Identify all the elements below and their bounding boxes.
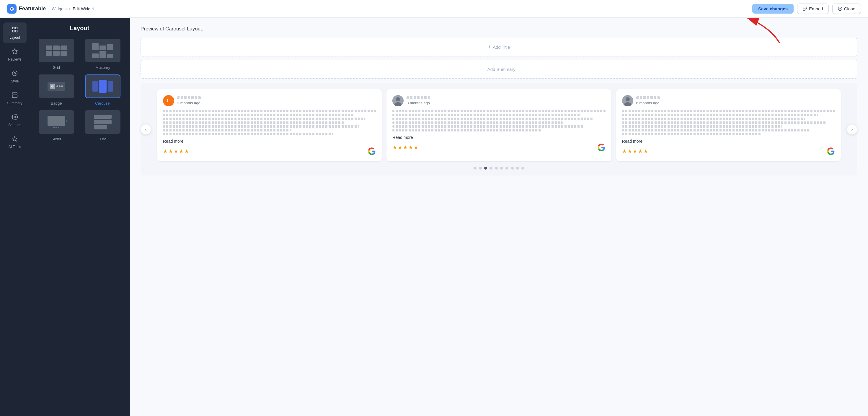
grid-thumb <box>39 39 74 62</box>
sidebar-settings-label: Settings <box>8 123 21 127</box>
card-1-footer: ★★★★★ <box>163 147 376 155</box>
card-3-name-blur <box>636 96 660 99</box>
aitools-icon <box>11 136 18 144</box>
layout-option-badge[interactable]: G Badge <box>35 75 78 106</box>
svg-point-9 <box>14 72 16 74</box>
card-1-read-more[interactable]: Read more <box>163 139 376 144</box>
logo: Featurable <box>7 4 46 13</box>
dot-9[interactable] <box>516 167 519 170</box>
svg-point-10 <box>12 70 18 76</box>
topnav: Featurable Widgets › Edit Widget Save ch… <box>0 0 868 18</box>
panel-title: Layout <box>35 25 124 32</box>
dot-5[interactable] <box>495 167 498 170</box>
dot-10[interactable] <box>521 167 524 170</box>
add-summary-label: Add Summary <box>488 67 516 72</box>
badge-label: Badge <box>51 101 62 106</box>
list-thumb <box>85 110 120 134</box>
carousel-prev-button[interactable]: ‹ <box>141 124 151 135</box>
list-icon <box>94 115 112 129</box>
masonry-label: Masonry <box>95 65 110 70</box>
sidebar-item-reviews[interactable]: Reviews <box>3 44 27 65</box>
card-2-avatar <box>392 95 404 107</box>
add-title-section[interactable]: + Add Title <box>141 38 857 56</box>
card-3-google-icon <box>827 147 835 155</box>
card-1-time: 3 months ago <box>177 101 201 105</box>
close-icon <box>838 6 842 11</box>
layout-panel: Layout Grid <box>30 18 130 416</box>
sidebar-item-layout[interactable]: Layout <box>3 23 27 43</box>
sidebar-style-label: Style <box>11 79 19 83</box>
carousel-dots <box>143 167 855 170</box>
dot-7[interactable] <box>505 167 508 170</box>
layout-options-grid: Grid Masonry G <box>35 39 124 141</box>
embed-button[interactable]: Embed <box>797 4 829 14</box>
dot-1[interactable] <box>473 167 476 170</box>
carousel-cards: L 3 months ago <box>143 89 855 161</box>
slider-thumb: ‹ › <box>39 110 74 134</box>
card-1-google-icon <box>368 147 376 155</box>
sidebar-item-summary[interactable]: Summary <box>3 88 27 109</box>
logo-icon <box>7 4 17 13</box>
card-1-header: L 3 months ago <box>163 95 376 107</box>
link-icon <box>803 6 807 11</box>
dot-8[interactable] <box>511 167 514 170</box>
close-label: Close <box>844 6 855 11</box>
layout-option-list[interactable]: List <box>82 110 124 141</box>
layout-option-grid[interactable]: Grid <box>35 39 78 70</box>
svg-point-13 <box>14 116 16 118</box>
dot-4[interactable] <box>490 167 492 170</box>
layout-option-slider[interactable]: ‹ › Slider <box>35 110 78 141</box>
breadcrumb-parent[interactable]: Widgets <box>52 6 67 11</box>
svg-point-0 <box>11 8 12 9</box>
svg-rect-7 <box>16 30 17 32</box>
sidebar-aitools-label: AI Tools <box>8 145 21 149</box>
card-3-read-more[interactable]: Read more <box>622 139 835 144</box>
close-button[interactable]: Close <box>832 4 861 14</box>
svg-marker-8 <box>12 49 18 54</box>
svg-point-19 <box>626 97 630 101</box>
sidebar-item-settings[interactable]: Settings <box>3 110 27 130</box>
carousel-icon <box>92 80 113 93</box>
card-3-avatar <box>622 95 633 107</box>
svg-rect-12 <box>12 95 18 97</box>
summary-icon <box>11 92 18 100</box>
card-2-header: 3 months ago <box>392 95 605 107</box>
layout-option-carousel[interactable]: Carousel <box>82 75 124 106</box>
carousel-label: Carousel <box>95 101 111 106</box>
card-1-meta: 3 months ago <box>177 96 201 105</box>
carousel-next-button[interactable]: › <box>847 124 857 135</box>
card-2-stars: ★★★★★ <box>392 144 418 151</box>
sidebar-item-aitools[interactable]: AI Tools <box>3 132 27 152</box>
card-2-name-blur <box>407 96 430 99</box>
slider-icon: ‹ › <box>45 116 67 128</box>
slider-label: Slider <box>51 137 61 141</box>
dot-2[interactable] <box>479 167 482 170</box>
breadcrumb: Widgets › Edit Widget <box>52 6 94 11</box>
card-3-meta: 6 months ago <box>636 96 660 105</box>
reviews-icon <box>11 48 18 56</box>
breadcrumb-current: Edit Widget <box>73 6 94 11</box>
dot-3[interactable] <box>484 167 487 170</box>
embed-label: Embed <box>809 6 823 11</box>
review-card-3: 6 months ago Read more <box>616 89 841 161</box>
layout-option-masonry[interactable]: Masonry <box>82 39 124 70</box>
settings-icon <box>11 114 18 122</box>
review-card-1: L 3 months ago <box>157 89 382 161</box>
masonry-icon <box>92 43 113 58</box>
topnav-actions: Save changes Embed Close <box>752 4 861 14</box>
svg-rect-4 <box>12 27 14 29</box>
card-2-read-more[interactable]: Read more <box>392 135 605 140</box>
add-summary-section[interactable]: + Add Summary <box>141 60 857 79</box>
card-3-footer: ★★★★★ <box>622 147 835 155</box>
carousel-preview: ‹ › L 3 months ago <box>141 83 857 176</box>
dot-6[interactable] <box>500 167 503 170</box>
content-area: Preview of Carousel Layout: + Add Title … <box>130 18 868 416</box>
list-label: List <box>100 137 106 141</box>
card-3-time: 6 months ago <box>636 101 660 105</box>
review-card-2: 3 months ago Read more ★★★★★ <box>386 89 611 161</box>
save-changes-button[interactable]: Save changes <box>752 4 794 13</box>
card-2-time: 3 months ago <box>407 101 430 105</box>
layout-icon <box>11 26 18 34</box>
sidebar-item-style[interactable]: Style <box>3 66 27 87</box>
badge-thumb: G <box>39 75 74 98</box>
